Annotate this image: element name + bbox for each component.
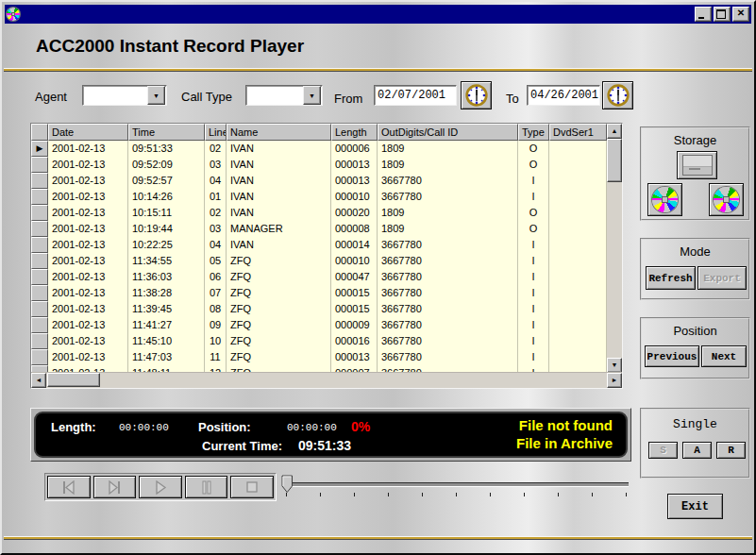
cell: 2001-02-13 [48, 189, 128, 205]
horizontal-scrollbar[interactable]: ◄ ► [31, 372, 622, 388]
maximize-icon [716, 9, 726, 19]
column-header-time[interactable]: Time [128, 124, 205, 141]
cell: 3667780 [378, 173, 518, 189]
row-selector[interactable] [31, 237, 48, 253]
from-date-picker-button[interactable] [461, 81, 492, 109]
pause-button[interactable] [185, 476, 228, 498]
row-selector[interactable] [31, 205, 48, 221]
cell: 000006 [331, 141, 378, 157]
header-divider [4, 68, 752, 72]
mode-panel-title: Mode [642, 244, 748, 259]
column-header-outdigits-call-id[interactable]: OutDigits/Call ID [378, 124, 518, 141]
horizontal-scroll-thumb[interactable] [47, 373, 100, 387]
column-header-type[interactable]: Type [518, 124, 549, 141]
table-row[interactable]: 2001-02-1310:19:4403MANAGER0000081809O [31, 221, 607, 237]
scroll-up-icon[interactable]: ▲ [607, 124, 622, 139]
selected-row-arrow-icon[interactable]: ▶ [31, 141, 48, 157]
agent-select[interactable]: All ▼ [82, 85, 167, 106]
cell: I [518, 301, 549, 317]
cell: 2001-02-13 [48, 301, 128, 317]
call-type-select[interactable]: All ▼ [245, 85, 323, 106]
skip-to-end-button[interactable] [93, 476, 137, 498]
cell: 000020 [331, 205, 378, 221]
close-button[interactable]: ✕ [732, 7, 749, 22]
scroll-down-icon[interactable]: ▼ [607, 358, 622, 373]
table-row[interactable]: 2001-02-1311:45:1010ZFQ0000163667780I [31, 333, 607, 349]
scroll-right-icon[interactable]: ► [607, 373, 622, 388]
stop-button[interactable] [230, 476, 274, 498]
chevron-down-icon[interactable]: ▼ [303, 86, 321, 105]
single-r-button[interactable]: R [716, 442, 746, 459]
cell: 09:52:09 [128, 157, 205, 173]
disk-storage-button[interactable] [677, 151, 717, 179]
row-selector[interactable] [31, 317, 48, 333]
table-row[interactable]: 2001-02-1309:52:0903IVAN0000131809O [31, 157, 607, 173]
table-row[interactable]: 2001-02-1310:22:2504IVAN0000143667780I [31, 237, 607, 253]
mode-panel: Mode Refresh Export [640, 238, 750, 300]
row-selector[interactable] [31, 269, 48, 285]
cell: 03 [205, 157, 227, 173]
column-header-date[interactable]: Date [48, 124, 128, 141]
cd-storage-button-2[interactable] [709, 183, 744, 216]
single-a-button[interactable]: A [682, 442, 712, 459]
cell [549, 173, 607, 189]
row-selector[interactable] [31, 349, 48, 365]
row-selector-header [31, 124, 48, 141]
column-header-name[interactable]: Name [227, 124, 331, 141]
vertical-scrollbar[interactable]: ▲ ▼ [607, 124, 622, 373]
table-row[interactable]: ▶2001-02-1309:51:3302IVAN0000061809O [31, 141, 607, 157]
cell: 01 [205, 189, 227, 205]
vertical-scroll-thumb[interactable] [607, 139, 622, 182]
title-bar[interactable]: ✕ [5, 5, 751, 24]
slider-track[interactable] [283, 482, 629, 487]
previous-button[interactable]: Previous [645, 345, 699, 367]
seek-slider[interactable] [281, 474, 630, 500]
table-row[interactable]: 2001-02-1311:36:0306ZFQ0000473667780I [31, 269, 607, 285]
cell: IVAN [227, 173, 331, 189]
maximize-button[interactable] [714, 7, 731, 22]
skip-to-start-button[interactable] [47, 476, 91, 498]
to-date-field[interactable]: 04/26/2001 [527, 85, 600, 106]
single-s-button[interactable]: S [648, 442, 678, 459]
table-row[interactable]: 2001-02-1309:52:5704IVAN0000133667780I [31, 173, 607, 189]
table-row[interactable]: 2001-02-1311:39:4508ZFQ0000153667780I [31, 301, 607, 317]
row-selector[interactable] [31, 221, 48, 237]
column-header-line[interactable]: Line [205, 124, 227, 141]
row-selector[interactable] [31, 173, 48, 189]
column-header-length[interactable]: Length [331, 124, 378, 141]
row-selector[interactable] [31, 189, 48, 205]
row-selector[interactable] [31, 157, 48, 173]
cell: 1809 [378, 221, 518, 237]
cd-storage-button-1[interactable] [647, 183, 682, 216]
from-date-field[interactable]: 02/07/2001 [374, 85, 457, 106]
cell: 3667780 [378, 317, 518, 333]
export-button[interactable]: Export [697, 266, 747, 290]
row-selector[interactable] [31, 285, 48, 301]
cell: 1809 [378, 157, 518, 173]
chevron-down-icon[interactable]: ▼ [147, 86, 165, 105]
row-selector[interactable] [31, 301, 48, 317]
to-date-picker-button[interactable] [602, 81, 633, 109]
minimize-button[interactable] [695, 7, 712, 22]
table-row[interactable]: 2001-02-1311:38:2807ZFQ0000153667780I [31, 285, 607, 301]
table-row[interactable]: 2001-02-1311:47:0311ZFQ0000133667780I [31, 349, 607, 365]
cell [549, 285, 607, 301]
cell: O [518, 141, 549, 157]
cell: 10:15:11 [128, 205, 205, 221]
table-row[interactable]: 2001-02-1311:41:2709ZFQ0000093667780I [31, 317, 607, 333]
table-row[interactable]: 2001-02-1310:14:2601IVAN0000103667780I [31, 189, 607, 205]
cell: 000010 [331, 253, 378, 269]
table-row[interactable]: 2001-02-1311:34:5505ZFQ0000103667780I [31, 253, 607, 269]
cell: 10:22:25 [128, 237, 205, 253]
row-selector[interactable] [31, 253, 48, 269]
next-button[interactable]: Next [701, 345, 747, 367]
scroll-left-icon[interactable]: ◄ [31, 373, 46, 388]
exit-button[interactable]: Exit [667, 494, 723, 519]
column-header-dvdser1[interactable]: DvdSer1 [549, 124, 607, 141]
row-selector[interactable] [31, 333, 48, 349]
cell: 2001-02-13 [48, 205, 128, 221]
agent-label: Agent [35, 90, 67, 104]
table-row[interactable]: 2001-02-1310:15:1102IVAN0000201809O [31, 205, 607, 221]
refresh-button[interactable]: Refresh [646, 266, 696, 290]
play-button[interactable] [139, 476, 182, 498]
